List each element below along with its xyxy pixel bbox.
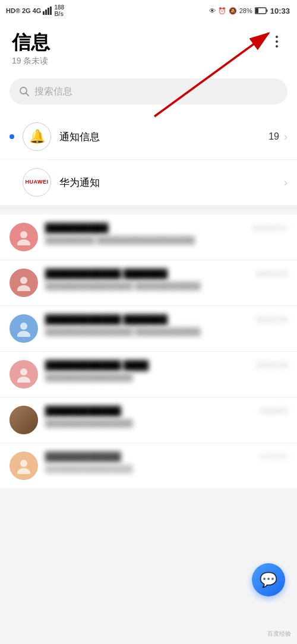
svg-point-17 [20,368,27,375]
svg-point-11 [20,231,27,238]
svg-rect-5 [255,8,258,13]
message-time: 2020/11/6 [256,315,287,324]
message-sender: ████████████ ███████ [45,269,168,279]
signal-bars-icon [43,7,52,15]
section-divider [0,205,297,210]
svg-point-14 [17,285,30,291]
bell-icon: 🔔 [29,129,45,144]
status-bar: HD® 2G 4G 188B/s 👁 ⏰ 🔕 28% 10:33 [0,0,297,21]
eye-icon: 👁 [209,7,216,14]
message-sender: ████████████ [45,452,121,462]
search-bar[interactable]: 搜索信息 [10,78,287,105]
message-preview: ████████████████ [45,373,287,382]
carrier-label: HD® [6,7,20,14]
message-preview: ████████████████ ████████████ [45,327,287,336]
message-body: ██████████ 2020/12/17 █████████ ████████… [45,223,287,245]
huawei-logo: HUAWEI [26,179,49,185]
message-body: ████████████ ███████ 2020/11/6 █████████… [45,314,287,336]
watermark: 百度经验 [267,630,291,638]
svg-point-15 [20,323,27,330]
notification-title-huawei: 华为通知 [59,176,276,190]
message-list: ██████████ 2020/12/17 █████████ ████████… [0,214,297,489]
message-header: ████████████ ████ 2020/12/8 [45,360,287,370]
svg-line-10 [26,93,29,96]
notification-meta-huawei: › [284,176,287,189]
avatar [10,360,38,389]
svg-point-18 [17,377,30,383]
time-label: 10:33 [270,7,290,15]
message-header: ████████████ 2020/8/3 [45,452,287,462]
svg-rect-0 [43,11,45,15]
message-time: 2020/12/17 [252,224,287,232]
signal-2g: 2G [22,7,31,14]
svg-point-19 [20,460,27,467]
message-preview: ████████████████ ████████████ [45,282,287,291]
message-sender: ████████████ ███████ [45,314,168,324]
notification-title-notice: 通知信息 [59,130,260,144]
svg-rect-1 [45,10,47,15]
message-time: 2020/8/3 [260,407,287,415]
message-time: 2020/12/8 [256,361,287,370]
message-sender: ██████████ [45,223,108,233]
message-time: 2020/8/3 [260,453,287,461]
message-item[interactable]: ████████████ 2020/8/3 ████████████████ [0,443,297,489]
battery-icon [255,7,268,14]
svg-rect-6 [266,10,267,12]
message-item[interactable]: ████████████ 2020/8/3 ████████████████ [0,397,297,443]
data-speed: 188B/s [54,4,64,17]
bell-avatar: 🔔 [23,122,51,151]
search-icon [19,86,30,97]
message-item[interactable]: ████████████ ████ 2020/12/8 ████████████… [0,352,297,397]
compose-icon: 💬 [260,572,277,588]
search-container: 搜索信息 [0,72,297,114]
svg-point-13 [20,277,27,284]
page-title: 信息 [12,31,285,53]
alarm-icon: ⏰ [218,7,226,15]
svg-point-16 [17,331,30,337]
avatar [10,314,38,343]
message-time: 2020/12/8 [256,270,287,278]
message-preview: █████████ ██████████████████ [45,236,287,245]
chevron-right-icon: › [284,131,287,143]
notification-list: 🔔 通知信息 19 › HUAWEI 华为通知 › [0,114,297,205]
message-item[interactable]: ██████████ 2020/12/17 █████████ ████████… [0,214,297,260]
more-icon [276,36,278,48]
avatar [10,269,38,297]
message-body: ████████████ ███████ 2020/12/8 █████████… [45,269,287,291]
message-header: ████████████ 2020/8/3 [45,406,287,416]
mute-icon: 🔕 [229,7,237,15]
compose-fab[interactable]: 💬 [252,563,285,596]
notification-count: 19 [268,131,279,142]
svg-rect-2 [48,8,49,15]
message-body: ████████████ ████ 2020/12/8 ████████████… [45,360,287,382]
unread-count: 19 条未读 [12,56,285,67]
avatar [10,223,38,251]
signal-4g: 4G [33,7,42,14]
message-body: ████████████ 2020/8/3 ████████████████ [45,406,287,428]
more-button[interactable] [266,31,287,52]
svg-rect-3 [50,7,52,15]
message-preview: ████████████████ [45,465,287,473]
header: 信息 19 条未读 [0,21,297,72]
message-header: ████████████ ███████ 2020/12/8 [45,269,287,279]
avatar [10,452,38,480]
status-carrier: HD® 2G 4G 188B/s [6,4,64,17]
message-body: ████████████ 2020/8/3 ████████████████ [45,452,287,473]
notification-meta-notice: 19 › [268,131,287,143]
message-header: ██████████ 2020/12/17 [45,223,287,233]
message-item[interactable]: ████████████ ███████ 2020/11/6 █████████… [0,306,297,352]
notification-item-notice[interactable]: 🔔 通知信息 19 › [0,114,297,159]
message-header: ████████████ ███████ 2020/11/6 [45,314,287,324]
huawei-avatar: HUAWEI [23,168,51,197]
unread-dot [10,134,14,139]
message-item[interactable]: ████████████ ███████ 2020/12/8 █████████… [0,260,297,306]
svg-point-20 [17,468,30,474]
chevron-right-icon-2: › [284,176,287,189]
message-sender: ████████████ ████ [45,360,148,370]
message-sender: ████████████ [45,406,121,416]
avatar [10,406,38,434]
notification-item-huawei[interactable]: HUAWEI 华为通知 › [0,160,297,205]
search-placeholder: 搜索信息 [34,86,72,98]
message-preview: ████████████████ [45,419,287,428]
battery-pct: 28% [239,7,252,14]
